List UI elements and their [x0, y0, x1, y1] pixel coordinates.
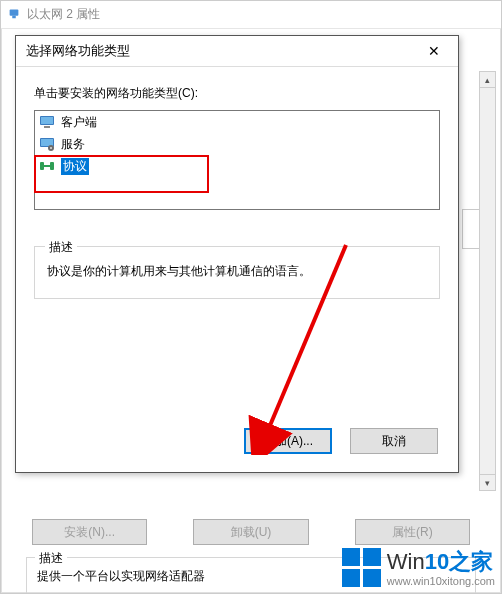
dialog-title: 选择网络功能类型 [26, 43, 130, 60]
svg-point-8 [50, 147, 52, 149]
svg-rect-1 [12, 16, 16, 19]
monitor-gear-icon [39, 136, 55, 152]
dialog-titlebar[interactable]: 选择网络功能类型 ✕ [16, 36, 458, 66]
properties-button[interactable]: 属性(R) [355, 519, 470, 545]
list-item-label: 客户端 [61, 114, 97, 131]
watermark: Win10之家 www.win10xitong.com [342, 547, 495, 587]
list-item-protocol[interactable]: 协议 [35, 155, 439, 177]
description-group: 描述 协议是你的计算机用来与其他计算机通信的语言。 [34, 246, 440, 299]
monitor-icon [39, 114, 55, 130]
watermark-brand-a: Win [387, 549, 425, 574]
scroll-track[interactable] [479, 88, 496, 474]
parent-desc-legend: 描述 [35, 550, 67, 567]
parent-scrollbar[interactable]: ▴ ▾ [479, 71, 496, 491]
network-adapter-icon [7, 6, 21, 23]
close-icon: ✕ [428, 43, 440, 59]
svg-rect-0 [10, 10, 19, 16]
svg-rect-6 [41, 139, 53, 146]
svg-rect-3 [41, 117, 53, 124]
svg-rect-10 [40, 162, 44, 170]
svg-rect-11 [50, 162, 54, 170]
desc-text: 协议是你的计算机用来与其他计算机通信的语言。 [47, 263, 427, 280]
parent-title: 以太网 2 属性 [27, 6, 100, 23]
windows-logo-icon [342, 548, 381, 587]
add-button[interactable]: 添加(A)... [244, 428, 332, 454]
watermark-url: www.win10xitong.com [387, 575, 495, 587]
list-item-label: 服务 [61, 136, 85, 153]
list-item-label: 协议 [61, 158, 89, 175]
desc-legend: 描述 [45, 239, 77, 256]
list-item-service[interactable]: 服务 [35, 133, 439, 155]
svg-rect-4 [44, 126, 50, 128]
list-item-client[interactable]: 客户端 [35, 111, 439, 133]
parent-titlebar[interactable]: 以太网 2 属性 [1, 1, 501, 29]
dialog-subtitle: 单击要安装的网络功能类型(C): [34, 85, 440, 102]
cancel-button[interactable]: 取消 [350, 428, 438, 454]
watermark-brand-c: 之家 [449, 549, 493, 574]
close-button[interactable]: ✕ [416, 40, 452, 62]
select-feature-type-dialog: 选择网络功能类型 ✕ 单击要安装的网络功能类型(C): 客户端 服务 [15, 35, 459, 473]
feature-type-listbox[interactable]: 客户端 服务 协议 [34, 110, 440, 210]
watermark-brand-b: 10 [425, 549, 449, 574]
uninstall-button[interactable]: 卸载(U) [193, 519, 308, 545]
install-button[interactable]: 安装(N)... [32, 519, 147, 545]
scroll-up-icon[interactable]: ▴ [479, 71, 496, 88]
scroll-down-icon[interactable]: ▾ [479, 474, 496, 491]
network-protocol-icon [39, 158, 55, 174]
